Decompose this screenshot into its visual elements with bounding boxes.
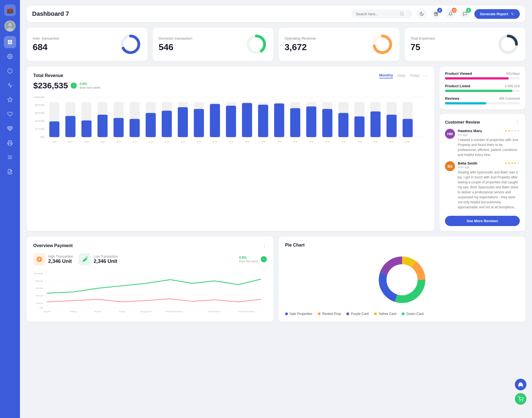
svg-text:October: October bbox=[208, 310, 221, 313]
cart-float-button[interactable] bbox=[515, 393, 526, 405]
avatar[interactable] bbox=[4, 20, 16, 32]
tab-monthly[interactable]: Monthly bbox=[379, 73, 393, 78]
star-rating: ★★★★★ bbox=[505, 129, 520, 133]
svg-text:13: 13 bbox=[165, 140, 169, 143]
legend-rented-prop: Rented Prop bbox=[318, 312, 341, 316]
low-transaction-stat: Low Transaction 2,346 Unit bbox=[79, 253, 118, 265]
legend-dot bbox=[318, 312, 321, 315]
bar-chart-svg: 1000k 800k 600k 400k 200k 0k bbox=[33, 95, 428, 145]
svg-rect-49 bbox=[98, 115, 108, 137]
svg-rect-6 bbox=[10, 42, 12, 44]
stat-value: 684 bbox=[33, 42, 59, 52]
pie-chart-card: Pie Chart bbox=[278, 237, 525, 322]
review-text: I viewed a number of properties with Jus… bbox=[458, 137, 520, 157]
metric-value: 3,456 Unit bbox=[505, 84, 520, 88]
review-time: 20m ago bbox=[458, 165, 477, 169]
legend-purple-card: Purple Card bbox=[346, 312, 369, 316]
metrics-card: Product Viewed 561/days Product Listed 3… bbox=[439, 66, 525, 109]
line-chart: 1000k 800k 600k 400k 200k 0k April May J… bbox=[33, 270, 267, 314]
svg-rect-65 bbox=[226, 106, 236, 137]
tab-daily[interactable]: Daily bbox=[397, 73, 405, 78]
metric-name: Product Listed bbox=[445, 84, 470, 88]
sidebar-item-heart[interactable] bbox=[4, 108, 16, 120]
legend-sale-properties: Sale Properties bbox=[285, 312, 312, 316]
svg-point-7 bbox=[9, 56, 11, 57]
pie-chart-legend: Sale Properties Rented Prop Purple Card … bbox=[285, 312, 519, 316]
svg-text:400k: 400k bbox=[35, 120, 45, 122]
svg-text:23: 23 bbox=[325, 140, 330, 143]
stat-card-operating-revenue: Operating Revenue 3,672 bbox=[278, 28, 400, 61]
donut-chart-expenses bbox=[497, 33, 519, 55]
low-transaction-icon bbox=[79, 253, 91, 265]
stat-label: Operating Revenue bbox=[285, 36, 316, 40]
svg-rect-79 bbox=[338, 113, 348, 137]
revenue-card: Total Revenue Monthly Daily Today ⋯ $236… bbox=[27, 66, 434, 231]
lower-row: Overview Payment ⋮ High Transaction 2,34… bbox=[27, 237, 525, 322]
sidebar-item-analytics[interactable] bbox=[4, 79, 16, 91]
see-more-reviews-button[interactable]: See More Reviews bbox=[445, 216, 520, 226]
svg-text:600k: 600k bbox=[35, 287, 44, 289]
svg-rect-53 bbox=[130, 119, 140, 137]
svg-text:800k: 800k bbox=[35, 104, 45, 106]
sidebar-item-info[interactable] bbox=[4, 65, 16, 77]
gift-notification[interactable]: 2 bbox=[431, 9, 441, 19]
sidebar-item-dashboard[interactable] bbox=[4, 36, 16, 48]
revenue-value: $236,535 bbox=[33, 81, 68, 90]
payment-growth-pct: 0.8% bbox=[239, 256, 247, 260]
revenue-more-options[interactable]: ⋯ bbox=[423, 73, 428, 79]
sidebar-item-reports[interactable] bbox=[4, 166, 16, 178]
tab-today[interactable]: Today bbox=[410, 73, 420, 78]
svg-rect-75 bbox=[306, 106, 316, 137]
revenue-title: Total Revenue bbox=[33, 73, 63, 78]
svg-text:22: 22 bbox=[309, 140, 314, 143]
reviewer-avatar: BS bbox=[445, 161, 455, 171]
bell-notification[interactable]: 12 bbox=[446, 9, 456, 19]
generate-report-button[interactable]: Generate Report bbox=[474, 9, 520, 19]
svg-rect-5 bbox=[8, 42, 10, 44]
svg-rect-69 bbox=[258, 105, 268, 137]
sidebar-item-favorites[interactable] bbox=[4, 94, 16, 106]
svg-text:19: 19 bbox=[261, 140, 265, 143]
moon-icon bbox=[420, 12, 424, 16]
message-badge: 5 bbox=[466, 8, 471, 13]
svg-rect-55 bbox=[146, 113, 156, 137]
high-transaction-value: 2,346 Unit bbox=[48, 258, 73, 264]
svg-text:12: 12 bbox=[149, 140, 153, 143]
sidebar-item-settings[interactable] bbox=[4, 50, 16, 63]
svg-text:June: June bbox=[94, 310, 101, 313]
message-notification[interactable]: 5 bbox=[460, 9, 470, 19]
svg-text:200k: 200k bbox=[35, 302, 44, 304]
metric-value: 456 Comment bbox=[499, 97, 520, 101]
sidebar-item-menu[interactable] bbox=[4, 151, 16, 163]
payment-card: Overview Payment ⋮ High Transaction 2,34… bbox=[27, 237, 273, 322]
svg-text:25: 25 bbox=[357, 140, 362, 143]
dark-mode-toggle[interactable] bbox=[417, 9, 427, 19]
sidebar-item-print[interactable] bbox=[4, 137, 16, 149]
headphones-icon bbox=[518, 382, 523, 387]
revenue-tabs-area: Monthly Daily Today ⋯ bbox=[379, 73, 428, 79]
reviewer-name: Bella Smith bbox=[458, 161, 477, 165]
stat-label: Total Expenses bbox=[411, 36, 435, 40]
review-card-title: Customer Review bbox=[445, 120, 480, 124]
high-transaction-stat: High Transaction 2,346 Unit bbox=[33, 253, 73, 265]
sidebar-item-saved[interactable] bbox=[4, 122, 16, 135]
legend-yellow-card: Yellow Card bbox=[374, 312, 396, 316]
payment-more-options[interactable]: ⋮ bbox=[262, 243, 267, 249]
svg-rect-57 bbox=[162, 111, 172, 137]
chart-icon bbox=[510, 12, 514, 16]
main-content: Dashboard 7 2 12 5 Generate Repo bbox=[20, 0, 532, 418]
search-box[interactable] bbox=[351, 9, 412, 18]
progress-fill bbox=[445, 77, 509, 80]
bell-icon bbox=[448, 12, 453, 16]
svg-text:07: 07 bbox=[68, 140, 73, 143]
svg-rect-67 bbox=[242, 103, 252, 137]
metric-name: Product Viewed bbox=[445, 71, 472, 76]
svg-rect-3 bbox=[8, 40, 10, 42]
middle-area: Total Revenue Monthly Daily Today ⋯ $236… bbox=[27, 66, 525, 231]
review-more-options[interactable]: ⋮ bbox=[515, 119, 520, 125]
stat-value: 546 bbox=[159, 42, 192, 52]
progress-bar bbox=[445, 77, 520, 80]
search-input[interactable] bbox=[356, 12, 397, 16]
support-float-button[interactable] bbox=[515, 379, 526, 390]
svg-text:May: May bbox=[70, 310, 77, 313]
